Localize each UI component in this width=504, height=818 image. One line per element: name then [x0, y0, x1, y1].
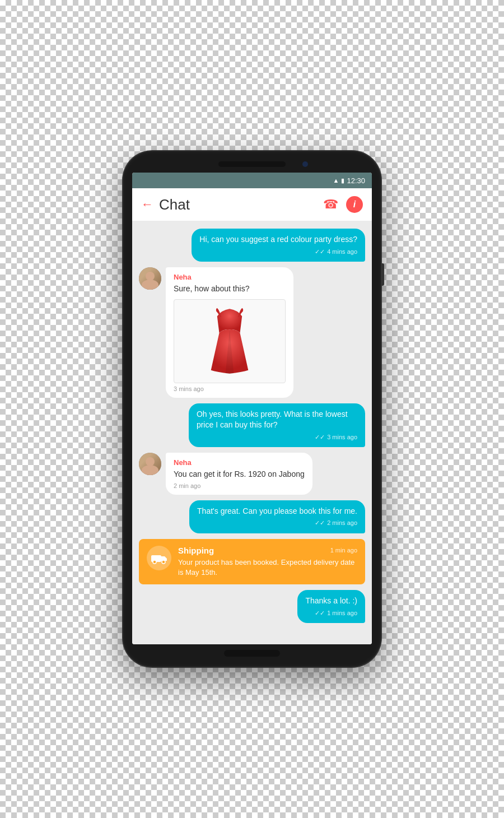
message-meta-7: ✓✓ 1 mins ago [305, 609, 357, 617]
app-bar-actions: ☎ i [323, 196, 363, 213]
dress-svg [174, 300, 285, 383]
svg-point-2 [153, 560, 156, 564]
avatar-neha-1 [139, 267, 161, 290]
status-time: 12:30 [347, 176, 365, 185]
message-time-2: 3 mins ago [174, 385, 286, 392]
message-text-4: You can get it for Rs. 1920 on Jabong [174, 469, 305, 480]
shipping-notification: Shipping 1 min ago Your product has been… [139, 539, 365, 584]
check-icon-3: ✓✓ [315, 433, 325, 441]
message-time-5: 2 mins ago [327, 519, 357, 527]
message-sent-1: Hi, can you suggest a red colour party d… [192, 229, 365, 262]
message-time-7: 1 mins ago [327, 609, 357, 617]
message-sent-3: Oh yes, this looks pretty. What is the l… [189, 403, 365, 448]
message-received-2: Neha Sure, how about this? [139, 267, 365, 398]
status-icons: ▲ ▮ 12:30 [333, 176, 365, 185]
chat-area: Hi, can you suggest a red colour party d… [132, 221, 372, 644]
check-icon-1: ✓✓ [315, 248, 325, 256]
shipping-header: Shipping 1 min ago [178, 546, 357, 555]
truck-icon [151, 552, 167, 564]
check-icon-7: ✓✓ [315, 609, 325, 617]
message-text-2: Sure, how about this? [174, 283, 286, 295]
message-text-5: That's great. Can you please book this f… [197, 506, 357, 515]
sender-name-2: Neha [174, 273, 286, 281]
status-bar: ▲ ▮ 12:30 [132, 173, 372, 188]
app-bar: ← Chat ☎ i [132, 188, 372, 221]
sender-name-4: Neha [174, 458, 305, 467]
home-button[interactable] [224, 650, 280, 657]
back-button[interactable]: ← [141, 197, 153, 212]
avatar-neha-2 [139, 453, 161, 475]
message-received-4: Neha You can get it for Rs. 1920 on Jabo… [139, 453, 365, 495]
message-sent-5: That's great. Can you please book this f… [189, 500, 365, 533]
message-meta-3: ✓✓ 3 mins ago [197, 433, 357, 441]
shipping-icon-wrapper [147, 546, 171, 570]
message-meta-1: ✓✓ 4 mins ago [199, 248, 357, 256]
shipping-content: Shipping 1 min ago Your product has been… [178, 546, 357, 578]
avatar-image-1 [139, 267, 161, 290]
message-content-2: Neha Sure, how about this? [166, 267, 293, 398]
power-button [381, 263, 384, 286]
phone-device: ▲ ▮ 12:30 ← Chat ☎ i Hi, can you suggest… [123, 151, 381, 667]
message-meta-5: ✓✓ 2 mins ago [197, 519, 357, 527]
signal-icon: ▲ [333, 177, 339, 184]
avatar-image-2 [139, 453, 161, 475]
info-button[interactable]: i [346, 196, 363, 213]
message-time-4: 2 min ago [174, 482, 305, 489]
message-text-3: Oh yes, this looks pretty. What is the l… [197, 410, 348, 430]
shipping-notification-time: 1 min ago [330, 547, 357, 554]
message-time-3: 3 mins ago [327, 433, 357, 441]
shipping-title: Shipping [178, 546, 214, 555]
call-button[interactable]: ☎ [323, 197, 338, 212]
battery-icon: ▮ [341, 177, 344, 184]
message-time-1: 4 mins ago [327, 248, 357, 256]
message-sent-7: Thanks a lot. :) ✓✓ 1 mins ago [297, 590, 365, 623]
message-content-4: Neha You can get it for Rs. 1920 on Jabo… [166, 453, 312, 495]
app-title: Chat [159, 196, 323, 213]
phone-speaker [218, 161, 286, 167]
message-text-1: Hi, can you suggest a red colour party d… [199, 235, 357, 244]
dress-image [174, 299, 286, 383]
phone-screen: ▲ ▮ 12:30 ← Chat ☎ i Hi, can you suggest… [132, 173, 372, 644]
check-icon-5: ✓✓ [315, 519, 325, 527]
svg-point-3 [162, 560, 165, 564]
shipping-text: Your product has been booked. Expected d… [178, 557, 357, 578]
message-text-7: Thanks a lot. :) [305, 596, 357, 605]
